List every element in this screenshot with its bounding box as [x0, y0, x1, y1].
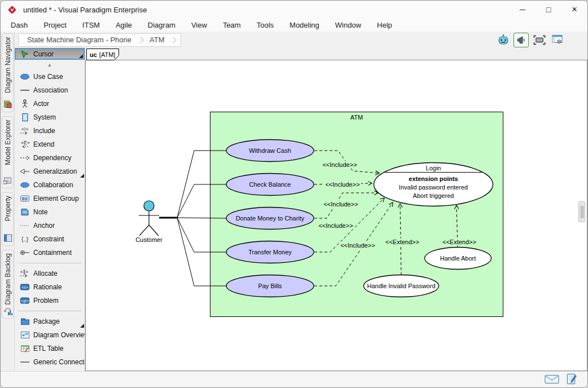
palette-item-anchor[interactable]: Anchor [15, 219, 85, 232]
handle-abort-label: Handle Abort [440, 255, 476, 262]
palette-item-extend[interactable]: «E»Extend [15, 138, 85, 151]
palette-item-label: Package [33, 318, 60, 325]
system-icon [19, 113, 31, 122]
announcement-icon[interactable] [514, 33, 529, 47]
menu-item-agile[interactable]: Agile [108, 21, 140, 29]
palette-item-etl-table[interactable]: ETL Table [15, 342, 85, 355]
side-tab-diagram-navigator[interactable]: Diagram Navigator [2, 33, 14, 112]
login-name: Login [426, 165, 441, 171]
palette-item-label: Extend [33, 140, 54, 148]
menu-item-project[interactable]: Project [36, 21, 74, 29]
palette-item-system[interactable]: System [15, 111, 85, 124]
menu-item-team[interactable]: Team [215, 21, 249, 29]
palette-item-generic-connector[interactable]: Generic Connector [15, 355, 85, 369]
status-bar-icons [545, 373, 577, 387]
constraint-icon: {..} [19, 235, 31, 244]
menu-item-window[interactable]: Window [327, 21, 369, 29]
actor-label: Customer [135, 236, 163, 243]
palette-item-label: Cursor [33, 50, 54, 58]
layers-panel-icon[interactable] [550, 33, 565, 47]
mail-icon[interactable] [545, 374, 559, 386]
palette-item-label: Problem [33, 297, 59, 305]
palette-item-label: Element Group [33, 195, 79, 202]
palette-item-actor[interactable]: Actor [15, 97, 85, 111]
svg-text:<<Extend>>: <<Extend>> [442, 239, 476, 245]
palette-item-label: Collaboration [33, 181, 73, 189]
actor-icon [19, 99, 31, 108]
side-tab-label: Diagram Backlog [4, 253, 12, 305]
side-tab-property[interactable]: Property [2, 192, 14, 246]
svg-text:«!»: «!» [21, 126, 29, 132]
palette-item-rationale[interactable]: <r>Rationale [15, 280, 85, 294]
element-group-icon: EG [19, 194, 31, 203]
menu-item-tools[interactable]: Tools [249, 21, 282, 29]
palette-item-constraint[interactable]: {..}Constraint [15, 232, 85, 246]
assistant-robot-icon[interactable] [495, 33, 511, 47]
menu-item-diagram[interactable]: Diagram [140, 21, 183, 29]
menu-item-help[interactable]: Help [369, 21, 400, 29]
dependency-icon [19, 153, 31, 162]
palette-item-cursor[interactable]: Cursor [15, 48, 85, 60]
breadcrumb-item-atm[interactable]: ATM [144, 36, 169, 44]
allocate-icon: «∥» [19, 269, 31, 278]
palette-item-containment[interactable]: Containment [15, 246, 85, 259]
palette-item-allocate[interactable]: «∥»Allocate [15, 267, 85, 280]
svg-text:<<Include>>: <<Include>> [325, 181, 359, 188]
svg-text:<r>: <r> [21, 285, 28, 290]
status-bar [1, 371, 587, 388]
palette-item-generalization[interactable]: Generalization [15, 165, 85, 178]
side-tab-model-explorer[interactable]: Model Explorer [2, 116, 14, 188]
palette-item-use-case[interactable]: Use Case [15, 70, 85, 83]
side-tab-diagram-backlog[interactable]: Diagram Backlog [2, 250, 14, 319]
etl-table-icon [19, 344, 31, 353]
maximize-button[interactable]: □ [536, 1, 561, 19]
problem-icon: <p> [19, 296, 31, 305]
title-bar: untitled * - Visual Paradigm Enterprise … [1, 1, 587, 19]
palette-item-label: Containment [33, 249, 72, 257]
window-title: untitled * - Visual Paradigm Enterprise [23, 6, 147, 14]
side-tab-label: Model Explorer [4, 120, 12, 165]
palette-item-problem[interactable]: <p>Problem [15, 294, 85, 307]
chevron-right-icon [137, 37, 143, 43]
palette-item-association[interactable]: Association [15, 83, 85, 97]
marquee-selection-icon[interactable] [532, 33, 547, 47]
actor-head [144, 201, 154, 211]
collaboration-icon [19, 180, 31, 189]
palette-item-include[interactable]: «!»Include [15, 124, 85, 138]
menu-item-itsm[interactable]: ITSM [74, 21, 108, 29]
palette-item-label: System [33, 113, 56, 121]
diagram-svg: uc[ATM] ATM [85, 48, 587, 371]
diagram-backlog-icon [3, 307, 12, 316]
close-button[interactable]: × [561, 1, 587, 19]
palette-item-element-group[interactable]: EGElement Group [15, 192, 85, 205]
report-edit-icon[interactable] [566, 373, 577, 387]
svg-text:Pay Bills: Pay Bills [258, 283, 282, 289]
palette-item-label: Dependency [33, 154, 71, 162]
include-icon: «!» [19, 126, 31, 135]
palette-item-collaboration[interactable]: Collaboration [15, 178, 85, 192]
submenu-corner-icon [79, 54, 83, 58]
svg-text:<<Extend>>: <<Extend>> [385, 239, 419, 245]
palette-item-dependency[interactable]: Dependency [15, 151, 85, 165]
svg-text:<<Include>>: <<Include>> [318, 222, 353, 229]
minimize-button[interactable]: ─ [510, 1, 536, 19]
extension-points-title: extension points [409, 175, 458, 182]
generic-connector-icon [19, 358, 31, 367]
breadcrumb-item-state-machine-diagram-phone[interactable]: State Machine Diagram - Phone [22, 36, 137, 44]
system-boundary-label[interactable]: ATM [350, 114, 363, 121]
extend-icon: «E» [19, 140, 31, 149]
cursor-icon [19, 50, 31, 59]
palette-item-diagram-overview[interactable]: Diagram Overview [15, 328, 85, 342]
svg-text:Donate Money to Charity: Donate Money to Charity [236, 215, 305, 222]
svg-text:«∥»: «∥» [20, 269, 29, 275]
diagram-overview-icon [19, 330, 31, 340]
menu-item-view[interactable]: View [183, 21, 215, 29]
menu-item-dash[interactable]: Dash [3, 21, 36, 29]
frame-tab-label: uc[ATM] [90, 51, 115, 58]
panel-grip-handle[interactable] [578, 201, 585, 222]
palette-item-package[interactable]: Package [15, 315, 85, 328]
palette-scroll-up-icon[interactable]: ▲ [15, 60, 85, 70]
menu-item-modeling[interactable]: Modeling [282, 21, 327, 29]
palette-item-note[interactable]: Note [15, 205, 85, 219]
palette-item-label: Generalization [33, 167, 77, 175]
